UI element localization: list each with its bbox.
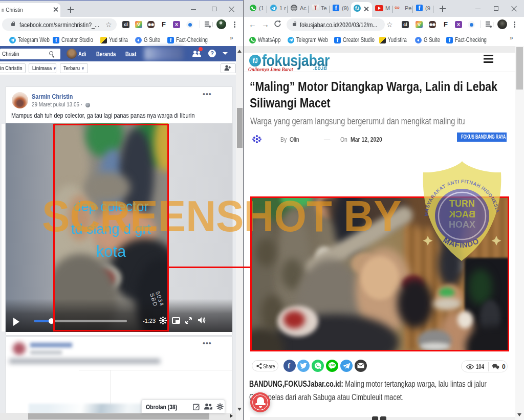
svg-text:HOAX: HOAX: [449, 219, 475, 230]
svg-text:LINE: LINE: [330, 364, 335, 367]
svg-text:BACK: BACK: [449, 209, 475, 219]
svg-text:TURN: TURN: [449, 198, 475, 209]
